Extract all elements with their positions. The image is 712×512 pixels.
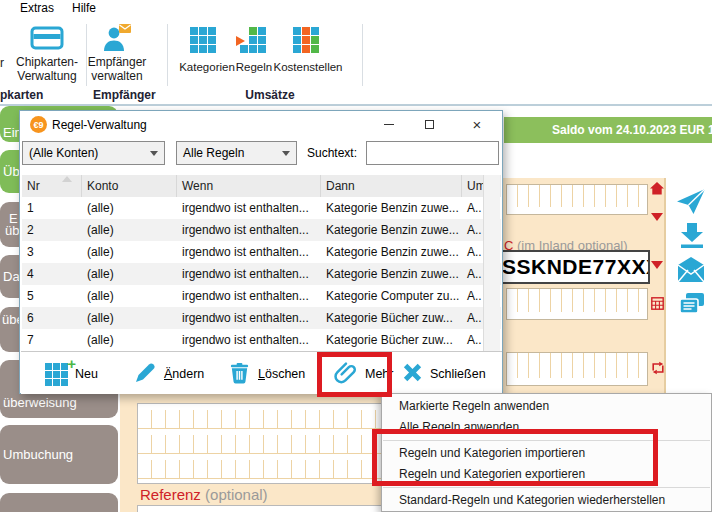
cell-konto: (alle) — [82, 329, 177, 351]
toolbar-clipped-label: r — [0, 56, 4, 70]
form-field-2[interactable] — [506, 288, 648, 320]
menu-item-standard-wiederherstellen[interactable]: Standard-Regeln und Kategorien wiederher… — [382, 490, 711, 511]
form-field-1[interactable] — [506, 184, 648, 215]
mail-icon[interactable] — [677, 256, 705, 287]
rules-table-header: Nr Konto Wenn Dann Um — [22, 175, 501, 197]
sidebar-item-umbuchung-label: Umbuchung — [3, 447, 118, 462]
column-header-konto[interactable]: Konto — [82, 175, 177, 197]
cell-dann: Kategorie Bücher zuw... — [321, 307, 462, 329]
sort-ascending-icon — [62, 176, 72, 182]
cell-nr: 5 — [22, 285, 82, 307]
bic-input[interactable]: SSKNDE77XXX — [500, 250, 650, 284]
cell-wenn: irgendwo ist enthalten... — [177, 285, 321, 307]
cell-wenn: irgendwo ist enthalten... — [177, 197, 321, 219]
cell-konto: (alle) — [82, 241, 177, 263]
cell-nr: 2 — [22, 219, 82, 241]
cell-dann: Kategorie Benzin zuwe... — [321, 219, 462, 241]
send-icon[interactable] — [676, 188, 707, 219]
regeln-label: Regeln — [234, 60, 274, 74]
cell-wenn: irgendwo ist enthalten... — [177, 329, 321, 351]
categories-grid-icon — [190, 27, 216, 53]
recipient-icon — [102, 23, 132, 56]
rules-grid-icon — [240, 27, 266, 53]
chipkarten-label-2: Verwaltung — [6, 69, 88, 83]
empfaenger-label-2: verwalten — [84, 69, 150, 83]
table-row[interactable]: 4 (alle) irgendwo ist enthalten... Kateg… — [22, 263, 501, 285]
rules-filter-select[interactable]: Alle Regeln — [176, 141, 297, 165]
cell-nr: 6 — [22, 307, 82, 329]
cell-konto: (alle) — [82, 285, 177, 307]
trash-icon — [228, 361, 251, 388]
app-logo-icon: €9 — [30, 116, 47, 133]
plus-icon: + — [67, 355, 76, 372]
account-filter-select[interactable]: (Alle Konten) — [22, 141, 165, 165]
toolbar-separator — [167, 24, 168, 86]
cell-konto: (alle) — [82, 219, 177, 241]
kostenstellen-label: Kostenstellen — [270, 60, 346, 74]
table-row[interactable]: 2 (alle) irgendwo ist enthalten... Kateg… — [22, 219, 501, 241]
regel-verwaltung-dialog: €9 Regel-Verwaltung × (Alle Konten) Alle… — [19, 110, 503, 394]
cell-dann: Kategorie Benzin zuwe... — [321, 197, 462, 219]
chevron-down-icon — [150, 151, 158, 156]
schliessen-label: Schließen — [430, 367, 486, 381]
table-row[interactable]: 1 (alle) irgendwo ist enthalten... Kateg… — [22, 197, 501, 219]
neu-label: Neu — [75, 367, 98, 381]
sidebar-item-6-label: überweisung — [3, 395, 118, 410]
copy-icon[interactable] — [679, 292, 705, 319]
cell-dann: Kategorie Bücher zuw... — [321, 329, 462, 351]
suchtext-input[interactable] — [366, 141, 499, 165]
menu-separator — [383, 487, 710, 488]
maximize-button[interactable] — [407, 111, 451, 138]
dropdown-arrow-icon-1[interactable] — [651, 213, 663, 221]
column-header-nr[interactable]: Nr — [22, 175, 82, 197]
close-button[interactable]: × — [455, 111, 499, 138]
minimize-icon — [384, 124, 394, 125]
cell-nr: 3 — [22, 241, 82, 263]
rules-table: Nr Konto Wenn Dann Um 1 (alle) irgendwo … — [22, 175, 501, 351]
table-scrollbar[interactable] — [483, 175, 500, 351]
menu-extras[interactable]: Extras — [20, 1, 54, 15]
cell-dann: Kategorie Benzin zuwe... — [321, 263, 462, 285]
toolbar-group-umsaetze: Umsätze — [232, 88, 308, 102]
cell-wenn: irgendwo ist enthalten... — [177, 307, 321, 329]
table-row[interactable]: 3 (alle) irgendwo ist enthalten... Kateg… — [22, 241, 501, 263]
aendern-button[interactable]: Ändern — [133, 357, 204, 391]
cell-dann: Kategorie Benzin zuwe... — [321, 241, 462, 263]
chipkarten-label-1: Chipkarten- — [6, 55, 88, 69]
referenz-label: Referenz — [140, 486, 201, 503]
column-header-dann[interactable]: Dann — [321, 175, 462, 197]
close-x-icon — [402, 363, 423, 385]
sidebar-item-umbuchung[interactable]: Umbuchung — [0, 425, 118, 484]
pencil-icon — [133, 361, 157, 388]
app-window: Extras Hilfe r Chipkarten- Verwaltung pk… — [0, 0, 712, 512]
menu-item-markierte-anwenden[interactable]: Markierte Regeln anwenden — [382, 396, 711, 417]
sidebar-item-8[interactable] — [0, 493, 118, 512]
cell-wenn: irgendwo ist enthalten... — [177, 263, 321, 285]
rules-filter-value: Alle Regeln — [183, 146, 244, 160]
home-icon[interactable] — [650, 181, 664, 199]
calculator-icon[interactable] — [651, 296, 664, 314]
chevron-down-icon — [282, 151, 290, 156]
neu-button[interactable]: + Neu — [45, 357, 98, 391]
form-field-3[interactable] — [506, 352, 648, 386]
dropdown-arrow-icon-2[interactable] — [651, 261, 663, 269]
table-row[interactable]: 5 (alle) irgendwo ist enthalten... Kateg… — [22, 285, 501, 307]
recurring-icon[interactable] — [651, 361, 665, 379]
costcenter-grid-icon — [293, 27, 319, 53]
column-header-wenn[interactable]: Wenn — [177, 175, 321, 197]
cell-wenn: irgendwo ist enthalten... — [177, 219, 321, 241]
dialog-button-row: + Neu Ändern Löschen Mehr — [21, 351, 502, 394]
minimize-button[interactable] — [367, 111, 411, 138]
saldo-bar: Saldo vom 24.10.2023 EUR 1. — [504, 117, 712, 143]
menu-hilfe[interactable]: Hilfe — [72, 1, 96, 15]
download-icon[interactable] — [679, 222, 705, 253]
close-icon: × — [473, 116, 482, 133]
table-row[interactable]: 7 (alle) irgendwo ist enthalten... Kateg… — [22, 329, 501, 351]
schliessen-button[interactable]: Schließen — [402, 357, 486, 391]
table-row[interactable]: 6 (alle) irgendwo ist enthalten... Kateg… — [22, 307, 501, 329]
cell-nr: 7 — [22, 329, 82, 351]
cell-nr: 4 — [22, 263, 82, 285]
cell-konto: (alle) — [82, 263, 177, 285]
loeschen-button[interactable]: Löschen — [228, 357, 305, 391]
cell-konto: (alle) — [82, 307, 177, 329]
